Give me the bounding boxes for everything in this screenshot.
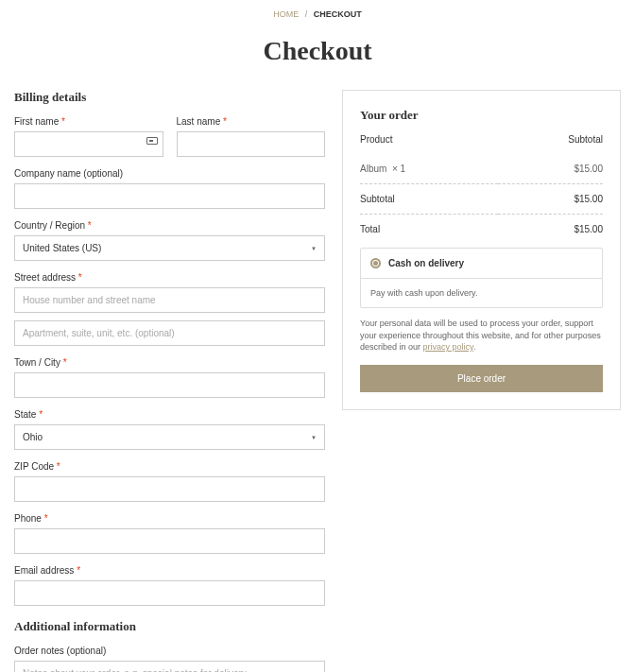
zip-input[interactable] — [14, 476, 325, 502]
email-input[interactable] — [14, 580, 325, 606]
state-select[interactable]: Ohio ▼ — [14, 424, 325, 450]
breadcrumb: HOME / CHECKOUT — [0, 0, 635, 28]
page-title: Checkout — [0, 36, 635, 66]
privacy-link[interactable]: privacy policy — [423, 342, 473, 352]
phone-input[interactable] — [14, 528, 325, 554]
street2-input[interactable] — [14, 320, 325, 346]
subtotal-header: Subtotal — [498, 134, 603, 154]
autofill-icon — [146, 137, 158, 145]
payment-desc: Pay with cash upon delivery. — [361, 279, 602, 307]
email-label: Email address * — [14, 565, 325, 576]
street1-input[interactable] — [14, 287, 325, 313]
street-label: Street address * — [14, 272, 325, 283]
country-select[interactable]: United States (US) ▼ — [14, 235, 325, 261]
payment-method-label: Cash on delivery — [388, 258, 464, 268]
last-name-label: Last name * — [177, 116, 326, 127]
country-label: Country / Region * — [14, 220, 325, 231]
privacy-text: Your personal data will be used to proce… — [360, 318, 603, 353]
subtotal-label: Subtotal — [360, 184, 498, 215]
company-label: Company name (optional) — [14, 168, 325, 179]
state-value: Ohio — [23, 432, 43, 442]
order-table: Product Subtotal Album × 1 $15.00 Subtot… — [360, 134, 603, 248]
breadcrumb-home[interactable]: HOME — [273, 9, 299, 19]
payment-method-option[interactable]: Cash on delivery — [361, 249, 602, 279]
city-input[interactable] — [14, 372, 325, 398]
breadcrumb-sep: / — [305, 9, 308, 19]
place-order-button[interactable]: Place order — [360, 365, 603, 392]
subtotal-value: $15.00 — [498, 184, 603, 215]
total-label: Total — [360, 215, 498, 249]
breadcrumb-current: CHECKOUT — [314, 9, 362, 19]
order-heading: Your order — [360, 108, 603, 123]
last-name-input[interactable] — [177, 131, 326, 157]
city-label: Town / City * — [14, 357, 325, 368]
additional-heading: Additional information — [14, 619, 325, 634]
product-header: Product — [360, 134, 498, 154]
billing-heading: Billing details — [14, 90, 325, 105]
first-name-input[interactable] — [14, 131, 163, 157]
chevron-down-icon: ▼ — [311, 435, 317, 440]
notes-label: Order notes (optional) — [14, 646, 325, 656]
company-input[interactable] — [14, 183, 325, 209]
phone-label: Phone * — [14, 513, 325, 524]
item-price: $15.00 — [498, 154, 603, 184]
notes-textarea[interactable] — [14, 661, 325, 672]
payment-method-box: Cash on delivery Pay with cash upon deli… — [360, 248, 603, 308]
first-name-label: First name * — [14, 116, 163, 127]
total-value: $15.00 — [498, 215, 603, 249]
chevron-down-icon: ▼ — [311, 246, 317, 251]
radio-icon — [370, 258, 381, 268]
state-label: State * — [14, 409, 325, 420]
zip-label: ZIP Code * — [14, 461, 325, 472]
item-name: Album × 1 — [360, 154, 498, 184]
country-value: United States (US) — [23, 243, 101, 253]
